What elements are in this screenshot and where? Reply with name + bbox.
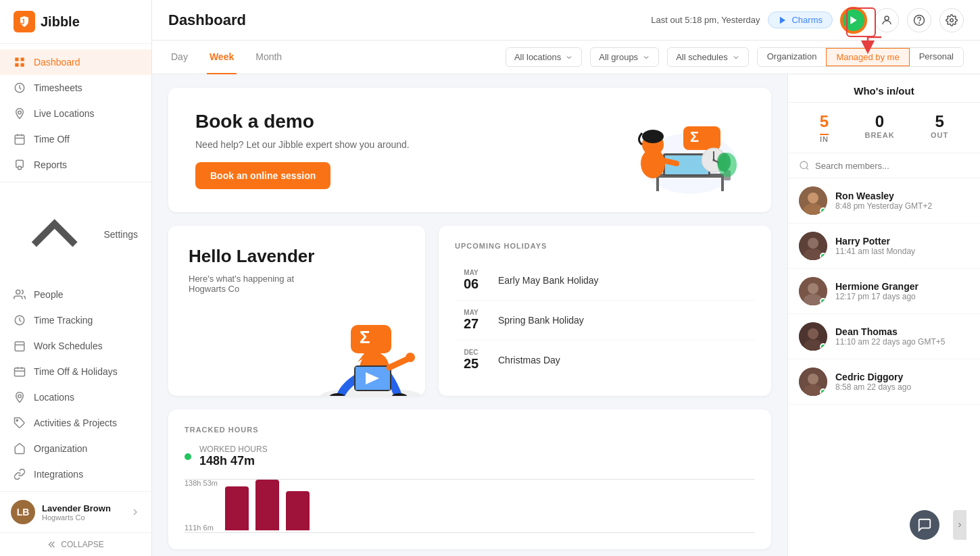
sidebar-item-reports-label: Reports	[34, 159, 67, 170]
svg-rect-25	[721, 178, 724, 191]
member-avatar-1	[799, 232, 827, 260]
play-icon	[848, 15, 859, 26]
member-info-2: Hermione Granger 12:17 pm 17 days ago	[835, 281, 918, 301]
book-session-button[interactable]: Book an online session	[195, 162, 330, 189]
chart-line-top	[185, 479, 755, 480]
online-dot-3	[820, 343, 827, 350]
hello-card: Hello Lavender Here's what's happening a…	[168, 226, 425, 396]
collapse-button[interactable]: COLLAPSE	[0, 532, 151, 556]
sidebar-item-time-tracking[interactable]: Time Tracking	[0, 307, 151, 333]
sidebar-item-reports[interactable]: Reports	[0, 152, 151, 178]
bar-2	[286, 491, 310, 530]
svg-rect-12	[15, 368, 25, 376]
member-item-3: Dean Thomas 11:10 am 22 days ago GMT+5	[788, 314, 980, 359]
play-button[interactable]	[841, 7, 866, 33]
svg-rect-3	[15, 64, 18, 67]
holiday-name-0: Early May Bank Holiday	[498, 275, 599, 286]
user-profile-button[interactable]	[875, 8, 899, 32]
settings-toggle[interactable]: Settings	[0, 186, 151, 282]
expand-panel-button[interactable]	[953, 510, 966, 540]
member-avatar-2	[799, 277, 827, 305]
member-avatar-0	[799, 186, 827, 215]
stat-in: 5 IN	[820, 112, 829, 143]
sidebar-item-activities-projects[interactable]: Activities & Projects	[0, 410, 151, 436]
svg-point-14	[16, 420, 18, 422]
member-time-3: 11:10 am 22 days ago GMT+5	[835, 337, 945, 347]
help-button[interactable]	[907, 8, 931, 32]
sidebar-item-dashboard[interactable]: Dashboard	[0, 49, 151, 75]
member-info-1: Harry Potter 11:41 am last Monday	[835, 236, 915, 256]
member-time-2: 12:17 pm 17 days ago	[835, 292, 918, 301]
view-tab-personal[interactable]: Personal	[910, 48, 963, 66]
chevron-right-icon	[956, 521, 964, 529]
svg-point-6	[18, 111, 22, 114]
filter-locations[interactable]: All locations	[506, 47, 582, 67]
sidebar-item-organization[interactable]: Organization	[0, 436, 151, 461]
sidebar-item-live-locations[interactable]: Live Locations	[0, 101, 151, 126]
search-icon	[799, 160, 810, 171]
nav-separator-1	[0, 182, 151, 182]
worked-dot	[185, 453, 191, 460]
logo-icon: J	[14, 11, 35, 32]
holiday-name-1: Spring Bank Holiday	[498, 315, 584, 326]
filter-schedules[interactable]: All schedules	[667, 47, 749, 67]
svg-point-20	[919, 22, 920, 23]
tab-month[interactable]: Month	[253, 41, 285, 74]
settings-button[interactable]	[939, 8, 964, 32]
svg-marker-16	[780, 16, 785, 24]
content-wrapper: Book a demo Need help? Let our Jibble ex…	[152, 74, 980, 556]
holiday-row-0: MAY 06 Early May Bank Holiday	[455, 261, 755, 301]
tabs-bar: Day Week Month All locations All groups	[152, 41, 980, 74]
header-right: Last out 5:18 pm, Yesterday Charms	[651, 7, 964, 33]
svg-rect-4	[21, 64, 24, 67]
collapse-label: COLLAPSE	[61, 540, 103, 549]
sidebar-item-integrations-label: Integrations	[34, 469, 83, 480]
sidebar-item-timesheets[interactable]: Timesheets	[0, 75, 151, 101]
search-members-input[interactable]	[815, 161, 969, 171]
charms-badge[interactable]: Charms	[768, 11, 833, 28]
sidebar-item-locations[interactable]: Locations	[0, 384, 151, 410]
svg-point-51	[808, 193, 818, 203]
demo-description: Need help? Let our Jibble expert show yo…	[195, 139, 410, 150]
member-list: Ron Weasley 8:48 pm Yesterday GMT+2 Harr…	[788, 178, 980, 556]
chat-button[interactable]	[910, 510, 939, 540]
user-org: Hogwarts Co	[42, 513, 123, 522]
member-item-4: Cedric Diggory 8:58 am 22 days ago	[788, 359, 980, 405]
svg-point-60	[808, 328, 818, 339]
tracked-hours-title: TRACKED HOURS	[185, 426, 755, 434]
stat-out: 5 OUT	[931, 112, 948, 143]
sidebar-item-timesheets-label: Timesheets	[34, 82, 82, 93]
bottom-row: Hello Lavender Here's what's happening a…	[168, 226, 771, 396]
svg-rect-31	[683, 126, 720, 150]
svg-rect-24	[656, 178, 659, 191]
holiday-date-1: MAY 27	[455, 309, 487, 332]
search-members-bar[interactable]	[788, 153, 980, 178]
holiday-date-0: MAY 06	[455, 269, 487, 292]
member-avatar-3	[799, 322, 827, 351]
filter-groups[interactable]: All groups	[590, 47, 659, 67]
tab-week[interactable]: Week	[207, 41, 237, 74]
header: Dashboard Last out 5:18 pm, Yesterday Ch…	[152, 0, 980, 41]
sidebar-item-people[interactable]: People	[0, 282, 151, 307]
sidebar-logo[interactable]: J Jibble	[0, 0, 151, 44]
sidebar-item-time-off[interactable]: Time Off	[0, 126, 151, 152]
user-info: Lavender Brown Hogwarts Co	[42, 503, 123, 522]
svg-text:Σ: Σ	[690, 128, 699, 145]
sidebar-item-time-off-holidays-label: Time Off & Holidays	[34, 366, 118, 377]
user-avatar: LB	[11, 500, 35, 524]
sidebar-item-work-schedules[interactable]: Work Schedules	[0, 333, 151, 359]
member-info-0: Ron Weasley 8:48 pm Yesterday GMT+2	[835, 191, 932, 211]
settings-label: Settings	[103, 229, 138, 240]
holiday-row-2: DEC 25 Christmas Day	[455, 340, 755, 380]
demo-card: Book a demo Need help? Let our Jibble ex…	[168, 88, 771, 212]
hello-subtitle: Here's what's happening at Hogwarts Co	[189, 274, 405, 294]
sidebar-item-time-off-holidays[interactable]: Time Off & Holidays	[0, 359, 151, 384]
svg-rect-8	[18, 166, 22, 170]
tab-day[interactable]: Day	[168, 41, 191, 74]
view-tab-organization[interactable]: Organization	[758, 48, 827, 66]
worked-label: WORKED HOURS	[199, 445, 268, 454]
stat-in-count: 5	[820, 112, 829, 131]
sidebar-item-integrations[interactable]: Integrations	[0, 461, 151, 487]
main-area: Dashboard Last out 5:18 pm, Yesterday Ch…	[152, 0, 980, 556]
gear-icon	[946, 14, 958, 26]
